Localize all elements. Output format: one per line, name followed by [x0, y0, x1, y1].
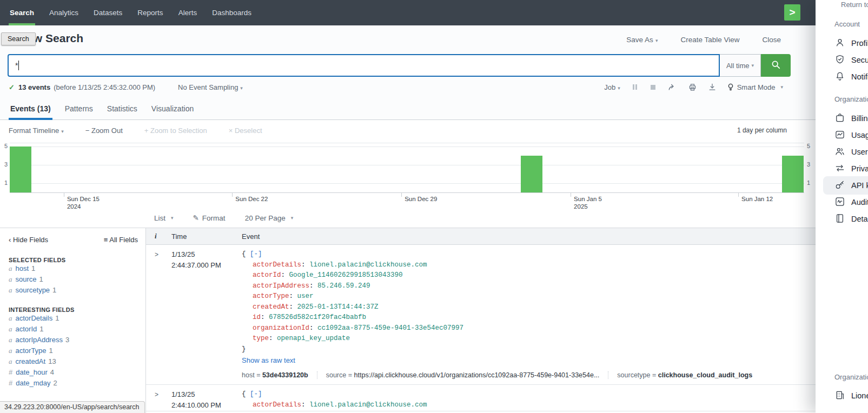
meta-host[interactable]: host = 53de4339120b: [242, 371, 308, 379]
collapse-json-link[interactable]: [-]: [250, 250, 262, 258]
shield-check-icon: [834, 54, 845, 66]
nav-item-dashboards[interactable]: Dashboards: [204, 0, 259, 25]
field-date_mday[interactable]: #date_mday2: [9, 378, 138, 389]
user-icon: [834, 37, 845, 50]
zoom-out-button[interactable]: − Zoom Out: [85, 126, 123, 135]
job-menu[interactable]: Job▾: [604, 83, 620, 91]
y-axis-tick-label-left: 1: [1, 179, 8, 186]
deselect-button[interactable]: × Deselect: [229, 126, 262, 135]
account-section-title: Account: [834, 20, 860, 28]
x-axis-tickmark: [738, 192, 739, 197]
link-status-tooltip: Search: [1, 32, 36, 45]
expand-row-chevron-icon[interactable]: >: [155, 251, 158, 258]
tab-patterns[interactable]: Patterns: [63, 97, 95, 119]
panel-item-api-keys[interactable]: API keys: [834, 179, 868, 191]
save-as-button[interactable]: Save As▾: [626, 36, 658, 44]
y-axis-tick-label-left: 5: [1, 143, 8, 149]
all-fields-button[interactable]: ≡ All Fields: [104, 236, 138, 244]
search-submit-button[interactable]: [761, 54, 791, 77]
create-table-view-button[interactable]: Create Table View: [680, 36, 739, 44]
hide-fields-button[interactable]: ‹ Hide Fields: [9, 236, 48, 244]
meta-sourcetype[interactable]: sourcetype = clickhouse_cloud_audit_logs: [608, 371, 752, 379]
field-createdAt[interactable]: acreatedAt13: [9, 356, 138, 367]
collapse-json-link[interactable]: [-]: [250, 390, 262, 398]
caret-down-icon: ▾: [752, 63, 754, 68]
events-table-header: i Time Event: [146, 228, 816, 245]
nav-item-datasets[interactable]: Datasets: [86, 0, 130, 25]
tab-visualization[interactable]: Visualization: [150, 97, 195, 119]
panel-item-audit[interactable]: Audit: [834, 196, 868, 208]
column-header-info: i: [146, 232, 171, 241]
minus-icon: −: [85, 126, 90, 135]
field-date_hour[interactable]: #date_hour4: [9, 367, 138, 378]
x-axis-tick-label: Sun Jan 12: [741, 195, 773, 203]
organization-section-title: Organization: [834, 95, 868, 103]
pencil-icon: ✎: [193, 214, 199, 222]
list-view-dropdown[interactable]: List▾: [154, 214, 174, 222]
event-json: { [-] actorDetails: lionel.palacin@click…: [242, 249, 816, 355]
field-host[interactable]: ahost1: [9, 263, 138, 274]
zoom-to-selection-button[interactable]: + Zoom to Selection: [144, 126, 207, 135]
show-raw-text-link[interactable]: Show as raw text: [242, 356, 816, 364]
panel-item-usage[interactable]: Usage: [834, 129, 868, 141]
events-table: i Time Event > 1/13/25 2:44:37.000 PM { …: [146, 228, 816, 413]
timeline-bar[interactable]: [521, 156, 542, 192]
event-json: { [-] actorDetails: lionel.palacin@click…: [242, 389, 816, 410]
time-range-picker[interactable]: All time▾: [720, 54, 761, 77]
search-input[interactable]: *: [8, 54, 720, 77]
field-source[interactable]: asource1: [9, 274, 138, 285]
timeline-bar[interactable]: [782, 156, 804, 192]
pause-job-icon[interactable]: [631, 83, 639, 91]
panel-item-users[interactable]: Users: [834, 146, 868, 158]
x-axis-tickmark: [571, 192, 571, 197]
nav-item-analytics[interactable]: Analytics: [42, 0, 86, 25]
export-icon[interactable]: [708, 83, 717, 91]
smart-mode-dropdown[interactable]: Smart Mode▾: [727, 83, 783, 91]
nav-item-reports[interactable]: Reports: [130, 0, 170, 25]
nav-item-alerts[interactable]: Alerts: [171, 0, 205, 25]
event-time: 1/13/25 2:44:10.000 PM: [171, 389, 242, 411]
billing-icon: [834, 112, 845, 125]
timeline-chart[interactable]: 113355Sun Dec 152024Sun Dec 22Sun Dec 29…: [0, 141, 816, 208]
panel-item-private[interactable]: Private: [834, 163, 868, 175]
timeline-bar[interactable]: [10, 146, 31, 192]
chart-baseline: [10, 192, 804, 193]
field-actorIpAddress[interactable]: aactorIpAddress3: [9, 335, 138, 345]
panel-item-profile[interactable]: Profile: [834, 37, 868, 49]
event-sampling-dropdown[interactable]: No Event Sampling▾: [178, 83, 243, 91]
format-timeline-dropdown[interactable]: Format Timeline▾: [9, 126, 64, 135]
field-actorId[interactable]: aactorId1: [9, 324, 138, 335]
panel-item-billing[interactable]: Billing: [834, 112, 868, 124]
meta-source[interactable]: source = https://api.clickhouse.cloud/v1…: [317, 371, 600, 379]
print-icon[interactable]: [688, 83, 697, 92]
format-button[interactable]: ✎Format: [193, 214, 226, 222]
stop-job-icon[interactable]: [650, 84, 657, 91]
splunk-logo-icon[interactable]: >: [784, 4, 800, 21]
panel-item-details[interactable]: Details: [834, 213, 868, 225]
share-icon[interactable]: [667, 83, 677, 91]
field-actorType[interactable]: aactorType1: [9, 345, 138, 356]
tab-statistics[interactable]: Statistics: [105, 97, 139, 119]
y-axis-tick-label-right: 3: [807, 161, 813, 168]
column-header-event: Event: [242, 232, 816, 241]
panel-item-security[interactable]: Security: [834, 54, 868, 66]
close-button[interactable]: Close: [762, 36, 781, 44]
expand-row-chevron-icon[interactable]: >: [155, 391, 158, 398]
text-cursor: [18, 61, 19, 70]
tab-events[interactable]: Events (13): [9, 97, 52, 119]
usage-chart-icon: [834, 129, 845, 142]
field-sourcetype[interactable]: asourcetype1: [9, 285, 138, 296]
nav-item-search[interactable]: Search: [2, 0, 42, 25]
per-page-dropdown[interactable]: 20 Per Page▾: [245, 214, 294, 222]
column-header-time: Time: [171, 232, 242, 241]
chart-top-border: [10, 143, 804, 143]
magnifier-icon: [771, 59, 781, 72]
panel-item-notifications[interactable]: Notifications: [834, 71, 868, 83]
panel-item-organization-lionel[interactable]: Lionel: [834, 390, 868, 402]
x-axis-tick-sublabel: 2024: [67, 203, 81, 210]
x-axis-tick-label: Sun Dec 22: [235, 195, 268, 203]
chart-gridline: [10, 183, 804, 184]
event-row: > 1/13/25 2:44:10.000 PM { [-] actorDeta…: [146, 385, 816, 411]
field-actorDetails[interactable]: aactorDetails1: [9, 313, 138, 324]
return-to-link[interactable]: Return to: [841, 1, 868, 9]
